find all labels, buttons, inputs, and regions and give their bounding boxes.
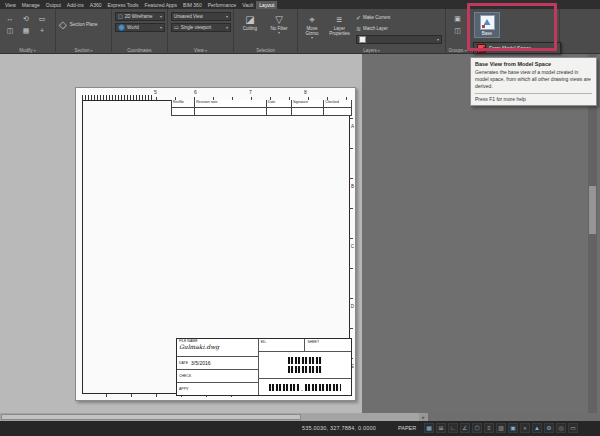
no-filter-dropdown[interactable]: ▽ No Filter [266,13,292,36]
match-layer-button[interactable]: ≋ Match Layer [356,24,388,33]
date-value: 3/5/2016 [191,360,210,366]
base-view-icon [480,15,495,30]
tab-express-tools[interactable]: Express Tools [104,1,141,9]
title-block: FILE NAME Gulmaki.dwg DATE 3/5/2016 CHEC… [176,338,352,396]
tab-performance[interactable]: Performance [205,1,240,9]
workspace-gear-icon[interactable]: ⚙ [544,423,554,433]
layer-properties-button[interactable]: ≡ Layer Properties [326,13,353,36]
tab-manage[interactable]: Manage [19,1,43,9]
revision-column-header: Revision note [195,100,267,107]
tab-add-ins[interactable]: Add-ins [64,1,87,9]
panel-label-selection[interactable]: Selection [234,48,297,53]
array-icon[interactable]: ▦ [20,25,32,36]
section-plane-button[interactable]: ◇ Section Plane [59,19,98,31]
polar-tracking-icon[interactable]: ∠ [460,423,470,433]
tab-vault[interactable]: Vault [239,1,256,9]
revision-column-header: Checked [324,100,351,107]
cutting-button[interactable]: ◪ Cutting [238,13,262,31]
panel-label-groups[interactable]: Groups [446,48,469,53]
panel-label-modify[interactable]: Modify [0,48,55,53]
layer-properties-icon: ≡ [337,13,343,26]
coordinates-readout: 535.0030, 327.7884, 0.0000 [302,425,376,431]
snap-icon[interactable]: ⊞ [436,423,446,433]
panel-label-view[interactable]: View [168,48,233,53]
panel-label-layers[interactable]: Layers [298,48,445,53]
horizontal-scrollbar-thumb[interactable] [1,414,301,420]
isolate-objects-icon[interactable]: ◎ [556,423,566,433]
paper-sheet: 5 6 7 8 A B C D E RevNo Revision note Da… [75,87,356,401]
panel-view: Unsaved View ▭ Single viewport View [168,9,234,54]
dynamic-input-icon[interactable]: ⌖ [520,423,530,433]
from-model-space-icon [477,44,486,53]
visual-style-dropdown[interactable]: ▢ 2D Wireframe [115,12,165,21]
status-toggle-icons: ▦ ⊞ ∟ ∠ ⬡ ≡ ▨ ▣ ⌖ ▲ ⚙ ◎ ▭ [424,423,578,433]
app-background-panel [362,54,600,413]
tab-layout-active[interactable]: Layout [256,1,277,9]
section-plane-icon: ◇ [59,19,67,31]
sheet-label: SHEET [305,339,351,351]
ucs-dropdown[interactable]: World [115,23,165,32]
selection-cycling-icon[interactable]: ▣ [508,423,518,433]
vertical-scrollbar-thumb[interactable] [589,186,596,234]
make-current-icon: ✔ [356,15,361,21]
ungroup-icon[interactable]: ◫ [452,25,464,36]
tab-view[interactable]: View [2,1,19,9]
mirror-icon[interactable]: ◫ [4,25,16,36]
from-model-space-menu-item[interactable]: From Model Space [473,42,561,54]
grid-letter: C [351,244,354,249]
offset-icon[interactable]: + [36,25,48,36]
group-icon[interactable]: ▣ [452,13,464,24]
edition-label: ED. [259,339,306,351]
grid-letter: B [351,184,354,189]
cutting-icon: ◪ [245,13,254,26]
tooltip: Base View from Model Space Generates the… [470,57,597,106]
tab-featured-apps[interactable]: Featured Apps [142,1,181,9]
grid-letter: D [351,304,354,309]
rotate-icon[interactable]: ⟲ [20,13,32,24]
viewport-config-dropdown[interactable]: ▭ Single viewport [171,23,231,32]
scroll-right-arrow-icon[interactable] [419,413,428,421]
annotation-icon[interactable]: ▲ [532,423,542,433]
titleblock-barcode [259,352,351,379]
revision-table: RevNo Revision note Date Signature Check… [171,100,352,116]
tab-bim-360[interactable]: BIM 360 [180,1,205,9]
tooltip-body: Generates the base view of a model creat… [475,69,592,90]
ruler-number: 7 [249,89,252,95]
clean-screen-icon[interactable]: ▭ [568,423,578,433]
named-view-dropdown[interactable]: Unsaved View [171,12,231,21]
panel-selection: ◪ Cutting ▽ No Filter Selection [234,9,298,54]
filter-icon: ▽ [275,13,283,26]
panel-section: ◇ Section Plane Section [56,9,112,54]
grid-letter: A [351,124,354,129]
panel-coordinates: ▢ 2D Wireframe World Coordinates [112,9,168,54]
panel-label-coordinates[interactable]: Coordinates [112,48,167,53]
layer-select-dropdown[interactable] [356,35,442,44]
object-snap-icon[interactable]: ⬡ [472,423,482,433]
panel-groups: ▣ ◫ Groups [446,9,470,54]
lineweight-icon[interactable]: ≡ [484,423,494,433]
revision-column-header: Date [267,100,292,107]
layer-color-swatch [359,36,366,43]
status-bar: 535.0030, 327.7884, 0.0000 PAPER ▦ ⊞ ∟ ∠… [0,421,600,436]
titleblock-barcode-2 [259,379,351,395]
match-layer-icon: ≋ [356,26,361,32]
appv-label: APPV [179,387,188,391]
tab-a360[interactable]: A360 [87,1,105,9]
tab-output[interactable]: Output [43,1,64,9]
transparency-icon[interactable]: ▨ [496,423,506,433]
base-view-button[interactable]: Base [474,12,500,38]
drawing-canvas[interactable]: 5 6 7 8 A B C D E RevNo Revision note Da… [0,54,362,413]
wireframe-icon: ▢ [118,14,123,19]
panel-modify: ↔ ⟲ ▭ ◫ ▦ + Modify [0,9,56,54]
ortho-icon[interactable]: ∟ [448,423,458,433]
viewport-icon: ▭ [174,25,179,30]
make-current-button[interactable]: ✔ Make Current [356,13,390,22]
panel-label-section[interactable]: Section [56,48,111,53]
ruler-number: 5 [154,89,157,95]
grid-icon[interactable]: ▦ [424,423,434,433]
move-icon[interactable]: ↔ [4,13,16,24]
move-gizmo-button[interactable]: ⌖ Move Gizmo [300,13,324,41]
stretch-icon[interactable]: ▭ [36,13,48,24]
autocad-window: View Manage Output Add-ins A360 Express … [0,0,600,436]
paper-space-toggle[interactable]: PAPER [398,425,416,431]
